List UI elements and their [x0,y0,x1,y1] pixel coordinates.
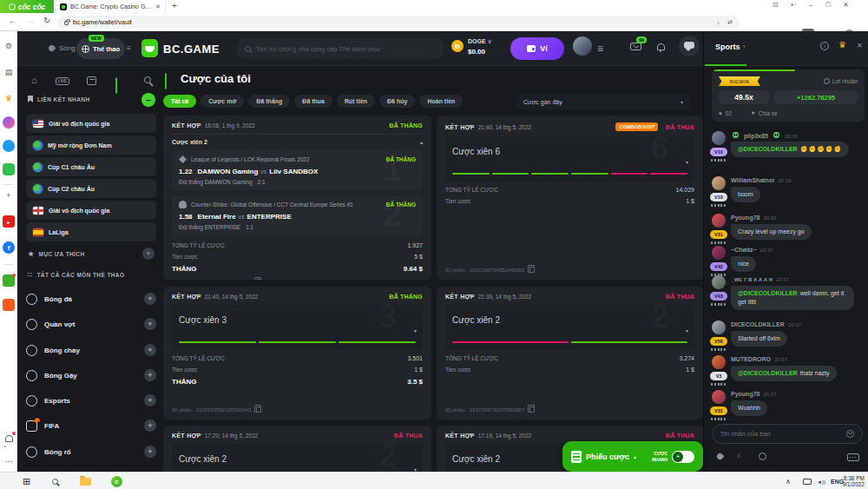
heart-icon[interactable]: ♥ [719,110,722,116]
filter-won[interactable]: Đã thắng [248,95,290,108]
sidebar-item-ucl[interactable]: Cúp C1 châu Âu [26,157,156,176]
sidebar-item-uel[interactable]: Cúp C2 châu Âu [26,179,156,198]
add-favorite-button[interactable]: + [142,248,155,260]
url-text[interactable]: bc.game/wallet/vault [73,18,132,26]
keyboard-icon[interactable] [847,453,859,461]
filter-cancelled[interactable]: Đã hủy [379,95,415,108]
bcgame-logo-icon[interactable] [141,39,158,57]
avatar[interactable] [573,36,592,56]
home-icon[interactable]: ⌂ [31,75,37,85]
hidden-icons-chevron[interactable]: ∧ [786,478,791,486]
filter-cashout[interactable]: Rút tiền [337,95,375,108]
expand-icon[interactable]: + [144,369,156,381]
avatar[interactable] [712,275,726,289]
sidebar-item-esports[interactable]: Esports+ [26,390,156,411]
commands-icon[interactable]: /. [738,452,741,459]
start-button[interactable]: ⊞ [23,476,30,487]
sidebar-item-laliga[interactable]: LaLiga [26,222,156,241]
bet-card[interactable]: KẾT HỢP17:20, 14 thg 5, 2022ĐÃ THUA Cược… [163,426,431,472]
bet-card[interactable]: KẾT HỢP21:39, 14 thg 5, 2022ĐÃ THUA Cược… [437,287,703,420]
speaker-icon[interactable]: ◄)) [817,479,825,485]
currency-selector[interactable]: DOGE ∨ [468,38,492,45]
calendar-icon[interactable] [87,76,96,85]
sidebar-item-baseball[interactable]: Bóng chày+ [26,340,156,360]
copy-icon[interactable] [256,406,261,413]
reload-button[interactable]: ↻ [43,16,50,25]
expand-icon[interactable]: + [144,318,156,330]
avatar[interactable] [712,131,726,145]
bigwin-share-card[interactable]: BIGWIN Lợi nhuận 49.5x +1262.76295 ♥ 02 … [712,69,865,122]
mention[interactable]: @DICECOLDKILLER [738,370,798,376]
crown-icon[interactable]: ♛ [3,92,15,104]
sidebar-item-football[interactable]: Bóng đá+ [26,288,156,309]
tab-close-icon[interactable]: ✕ [155,3,161,10]
filter-refund[interactable]: Hoàn tiền [419,95,463,108]
expand-icon[interactable]: ▾ [686,159,688,165]
sports-toggle[interactable]: Thể thao NEW [76,38,125,59]
gamepad-icon[interactable] [3,163,15,175]
tab-arrow-icon[interactable]: ⇠ [791,1,797,9]
username[interactable]: WilliamShatner [731,177,775,183]
gear-icon[interactable]: ⚙ [3,40,15,52]
sidebar-item-usopen[interactable]: Mỹ mở rộng Đơn Nam [26,135,156,155]
filter-open[interactable]: Cược mở [201,95,244,108]
network-icon[interactable] [803,479,812,485]
username[interactable]: Pyoung78 [731,215,760,221]
expand-icon[interactable]: + [144,446,156,458]
browser-tab[interactable]: BC.Game: Crypto Casino Gan ✕ [55,0,166,13]
info-icon[interactable]: i [820,42,829,50]
bet-card[interactable]: KẾT HỢP21:40, 14 thg 5, 2022ĐÃ THẮNG Cượ… [163,287,431,420]
username[interactable]: _ᴡᴄ ᴦ ʙ ʌ ʌ ʌ ʜ [731,276,773,282]
panel-tab-sports[interactable]: Sports [715,43,740,51]
copy-icon[interactable] [256,279,261,280]
translate-icon[interactable]: ⇄ [727,19,733,26]
expand-icon[interactable]: + [144,394,156,406]
avatar[interactable] [712,355,726,369]
sidebar-item-league2[interactable]: Giải vô địch quốc gia [26,201,156,220]
download-icon[interactable]: ↓ [717,19,720,25]
avatar[interactable] [712,176,726,190]
username[interactable]: MUTEDRORO [731,356,771,362]
rain-icon[interactable] [716,453,725,461]
username[interactable]: DICECOLDKILLER [731,321,785,327]
sidebar-item-cricket[interactable]: Bóng Gậy+ [26,365,156,386]
clock[interactable]: 8:38 PM9/1/2022 [843,475,865,488]
coccoc-brand-button[interactable]: cốc cốc [0,0,54,13]
expand-icon[interactable]: ▾ [686,327,688,334]
sidebar-item-fifa[interactable]: FIFA+ [26,415,156,436]
back-button[interactable]: ← [9,16,17,25]
avatar[interactable] [712,246,726,260]
coccoc-taskbar-icon[interactable]: c [111,476,122,487]
bird-icon[interactable] [3,140,15,152]
bet-card[interactable]: KẾT HỢP21:40, 14 thg 5, 2022COMBOBOOSTĐÃ… [437,116,703,280]
collapse-icon[interactable]: ▴ [420,139,423,145]
expand-icon[interactable]: + [144,420,156,432]
feed-icon[interactable]: ▤ [3,66,15,78]
chevron-right-icon[interactable]: › [743,43,746,50]
mention[interactable]: @DICECOLDKILLER [738,290,798,296]
username[interactable]: p0p3x85 [744,133,768,139]
avatar[interactable] [712,214,726,228]
maximize-button[interactable]: ▢ [825,1,832,8]
green-app-icon[interactable] [3,274,15,287]
avatar[interactable] [712,390,726,404]
expand-icon[interactable]: + [144,293,156,305]
panel-close-icon[interactable]: ✕ [857,42,863,50]
messenger-icon[interactable] [3,116,15,129]
url-bar[interactable]: bc.game/wallet/vault ↓ ⇄ [57,16,740,29]
expand-icon[interactable]: + [144,344,156,356]
expand-icon[interactable]: ▾ [414,327,417,334]
sidebar-item-tennis[interactable]: Quần vợt+ [26,314,156,334]
chat-input[interactable]: Tin nhắn của bạn [712,424,863,444]
taskbar-search-icon[interactable] [52,479,58,485]
quick-bet-toggle[interactable] [672,451,694,463]
filter-lost[interactable]: Đã thua [294,95,332,108]
file-explorer-icon[interactable] [80,478,91,486]
close-button[interactable]: ✕ [843,1,849,9]
facebook-icon[interactable]: f [3,241,15,254]
betslip-button[interactable]: Phiếu cược ▴ CƯỢCNHANH [562,441,703,472]
menu-icon[interactable]: ≡ [127,44,131,52]
more-icon[interactable]: ⋯ [3,455,15,467]
copy-icon[interactable] [529,267,535,273]
live-icon[interactable]: LIVE [56,77,69,85]
